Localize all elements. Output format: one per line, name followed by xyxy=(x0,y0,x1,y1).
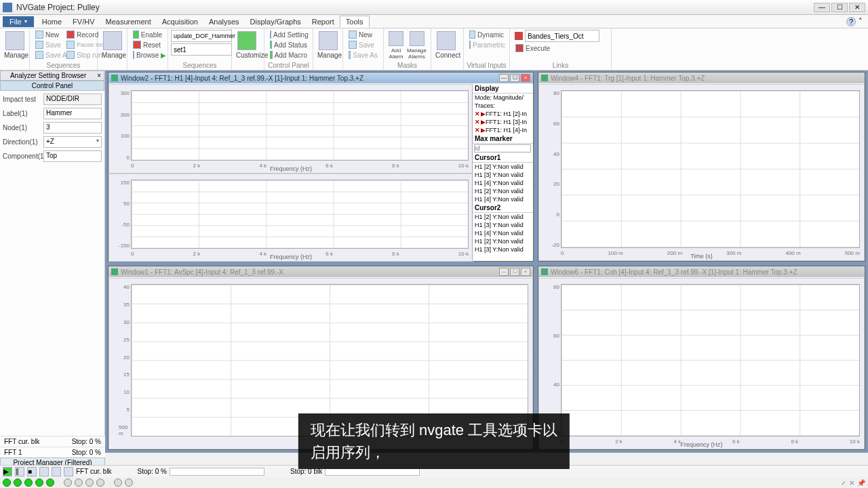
saveas-icon xyxy=(349,51,351,59)
links-combo[interactable]: Bandes_Tiers_Oct xyxy=(525,30,599,42)
status-led xyxy=(85,479,94,487)
enable-button[interactable]: Enable xyxy=(130,30,165,39)
menu-tools[interactable]: Tools xyxy=(340,16,370,28)
status-led xyxy=(75,479,83,487)
check-icon[interactable]: ✓ xyxy=(841,479,846,487)
pause-button[interactable]: ‖ xyxy=(15,467,24,476)
close-button[interactable]: ✕ xyxy=(849,3,865,12)
chart-icon xyxy=(541,268,548,275)
x-icon[interactable]: ✕ xyxy=(849,479,854,487)
manage3-button[interactable]: Manage xyxy=(316,30,340,60)
workspace: Corporation China Corporation China Wind… xyxy=(105,70,868,453)
play-button[interactable]: ▶ xyxy=(3,467,12,476)
display-header: Display xyxy=(473,84,533,94)
close-icon[interactable]: × xyxy=(521,74,530,82)
max-icon[interactable]: ☐ xyxy=(510,268,519,276)
execute-button[interactable]: Execute xyxy=(513,43,608,53)
tool-button[interactable] xyxy=(64,467,73,476)
chart-grid[interactable] xyxy=(561,90,860,248)
menu-analyses[interactable]: Analyses xyxy=(203,16,245,27)
display-panel: Display Mode: Magnitude/ Traces: ✕▶FFT1:… xyxy=(472,84,533,261)
node-field[interactable]: 3 xyxy=(43,122,102,134)
add-macro-button[interactable]: Add Macro xyxy=(267,50,310,60)
save-icon xyxy=(35,41,43,49)
virtual-inputs-label: Virtual Inputs xyxy=(464,62,509,69)
status-led xyxy=(125,479,133,487)
status-block: FFT cur. blkStop: 0 % FFT 1Stop: 0 % Pro… xyxy=(0,436,105,468)
save2-button: Save xyxy=(346,40,380,49)
menu-report[interactable]: Report xyxy=(307,16,340,27)
file-menu[interactable]: File xyxy=(3,16,34,27)
control-panel-form: Impact testNODE/DIR Label(1)Hammer Node(… xyxy=(0,91,104,167)
label-field[interactable]: Hammer xyxy=(43,108,102,119)
window4-header[interactable]: Window4 - FFT1: Trg [1]-Input 1: Hammer … xyxy=(538,73,865,83)
links-label: Links xyxy=(510,62,611,69)
ribbon: Manage New Save Save As Record Pause rec… xyxy=(0,28,868,70)
add-status-button[interactable]: Add Status xyxy=(267,40,310,49)
window2: Window2 - FFT1: H1 [4]-Input 4: Ref_1_3 … xyxy=(108,72,534,262)
tool-button[interactable] xyxy=(39,467,49,476)
macro-combo[interactable]: update_DOF_Hammer xyxy=(171,30,232,42)
app-icon xyxy=(3,3,12,12)
close-icon[interactable]: × xyxy=(95,72,103,79)
menubar: File Home FV/HV Measurement Acquisition … xyxy=(0,15,868,28)
reset-icon xyxy=(133,41,141,49)
chart-icon xyxy=(541,75,548,81)
chart-grid[interactable] xyxy=(561,284,860,436)
status-led xyxy=(114,479,122,487)
chart-grid[interactable] xyxy=(131,90,469,161)
add-alarm-button[interactable]: AddAlarm xyxy=(387,30,406,61)
macro-field[interactable]: set1 xyxy=(171,43,232,56)
menu-measurement[interactable]: Measurement xyxy=(100,16,156,27)
window1-header[interactable]: Window1 - FFT1: AvSpc [4]-Input 4: Ref_1… xyxy=(108,266,533,277)
min-icon[interactable]: — xyxy=(499,268,509,276)
manage-alarms-button[interactable]: ManageAlarms xyxy=(406,30,428,61)
maximize-button[interactable]: ☐ xyxy=(831,3,848,12)
add-setting-button[interactable]: Add Setting xyxy=(267,30,310,39)
impact-field[interactable]: NODE/DIR xyxy=(43,94,102,105)
customize-button[interactable]: Customize xyxy=(235,30,259,60)
menu-acquisition[interactable]: Acquisition xyxy=(157,16,203,27)
tool-button[interactable] xyxy=(52,467,61,476)
help-icon[interactable]: ? xyxy=(846,17,856,26)
min-icon[interactable]: — xyxy=(499,74,509,82)
menu-fvhv[interactable]: FV/HV xyxy=(67,16,100,27)
link-icon xyxy=(515,32,523,40)
alarm-icon xyxy=(389,31,403,46)
pin-icon[interactable]: 📌 xyxy=(857,479,865,487)
dynamic-button[interactable]: Dynamic xyxy=(467,30,507,39)
save-icon xyxy=(349,41,357,49)
manage-icon xyxy=(5,31,24,50)
max-icon[interactable]: ☐ xyxy=(510,74,519,82)
connect-button[interactable]: Connect xyxy=(434,30,458,60)
menu-display[interactable]: Display/Graphs xyxy=(245,16,307,27)
manage-button[interactable]: Manage xyxy=(3,30,27,60)
window6-header[interactable]: Window6 - FFT1: Coh [4]-Input 4: Ref_1_3… xyxy=(538,266,865,277)
chart-grid[interactable] xyxy=(131,180,469,249)
alarms-icon xyxy=(410,31,425,46)
saveas-icon xyxy=(35,51,43,59)
direction-select[interactable]: +Z xyxy=(43,136,102,148)
node-label: Node(1) xyxy=(3,124,43,131)
manage2-icon xyxy=(103,31,122,50)
analyzer-header[interactable]: ×Analyzer Setting Browser xyxy=(0,70,104,81)
control-panel-header[interactable]: Control Panel xyxy=(0,81,104,91)
collapse-ribbon-icon[interactable]: ˄ xyxy=(859,17,863,26)
minimize-button[interactable]: — xyxy=(814,3,830,12)
browse-button[interactable]: Browse▶ xyxy=(130,50,165,60)
control-panel-label: Control Panel xyxy=(264,62,313,69)
new-icon xyxy=(35,30,43,39)
fft-cur-label: FFT cur. blk xyxy=(4,438,40,445)
enable-icon xyxy=(133,30,139,39)
stop-button[interactable]: ■ xyxy=(27,467,37,476)
menu-home[interactable]: Home xyxy=(37,16,67,27)
window2-header[interactable]: Window2 - FFT1: H1 [4]-Input 4: Ref_1_3 … xyxy=(108,73,533,83)
plus-icon xyxy=(270,51,273,59)
component-field[interactable]: Top xyxy=(43,150,102,162)
close-icon[interactable]: × xyxy=(521,268,530,276)
new2-button[interactable]: New xyxy=(346,30,380,39)
id-input[interactable] xyxy=(474,144,531,152)
manage2-button[interactable]: Manage xyxy=(100,30,125,60)
direction-label: Direction(1) xyxy=(3,138,43,146)
reset-button[interactable]: Reset xyxy=(130,40,165,49)
